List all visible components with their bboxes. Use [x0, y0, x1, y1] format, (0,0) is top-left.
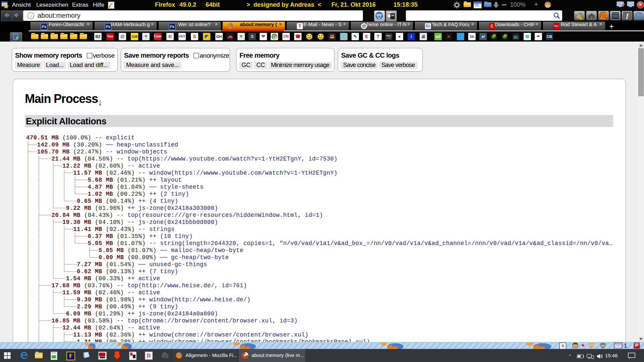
svg-text:!: ! — [581, 17, 582, 20]
svg-text:uO: uO — [601, 344, 605, 347]
svg-text:i: i — [30, 13, 32, 18]
